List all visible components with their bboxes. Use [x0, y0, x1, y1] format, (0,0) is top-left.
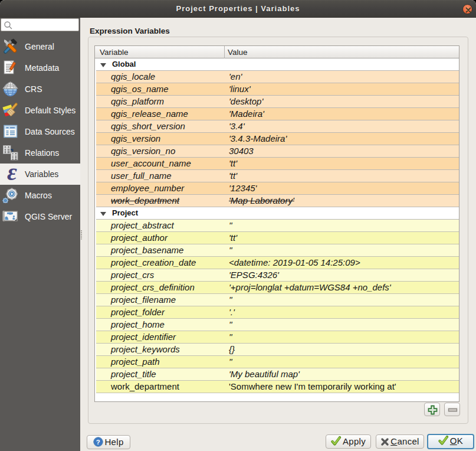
svg-text:ε: ε [7, 166, 17, 182]
svg-text:?: ? [96, 439, 100, 446]
